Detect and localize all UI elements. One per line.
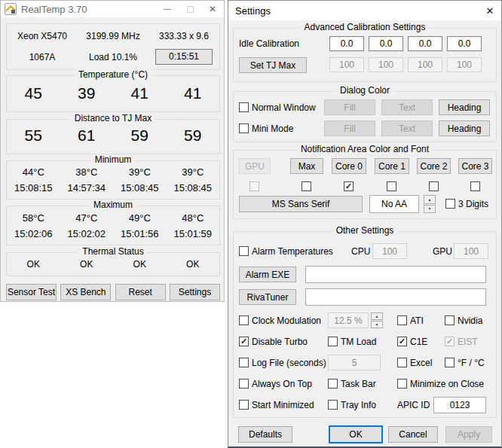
core3-color-button[interactable]: Core 3 xyxy=(458,158,492,174)
task-bar-checkbox[interactable]: Task Bar xyxy=(328,378,376,389)
notification-area-title: Notification Area Color and Font xyxy=(297,144,433,154)
nvidia-checkbox-box[interactable] xyxy=(445,315,455,325)
log-file-checkbox-box[interactable] xyxy=(239,358,249,367)
uptime-timer[interactable]: 0:15:51 xyxy=(155,49,213,65)
apic-id-input[interactable] xyxy=(433,397,486,413)
core2-tray-checkbox-box[interactable] xyxy=(429,181,439,191)
normal-window-checkbox[interactable]: Normal Window xyxy=(239,102,316,113)
start-minimized-checkbox-box[interactable] xyxy=(239,400,249,410)
max-tray-checkbox-box[interactable] xyxy=(302,181,311,191)
minimum-group-title: Minimum xyxy=(91,154,136,165)
tm-load-checkbox[interactable]: TM Load xyxy=(328,336,376,347)
core1-color-button[interactable]: Core 1 xyxy=(375,158,409,174)
three-digits-checkbox-box[interactable] xyxy=(445,199,455,209)
distance-core2: 59 xyxy=(113,126,167,145)
task-bar-checkbox-box[interactable] xyxy=(328,379,338,389)
xs-bench-button[interactable]: XS Bench xyxy=(60,284,111,300)
mini-mode-checkbox[interactable]: Mini Mode xyxy=(239,123,293,134)
disable-turbo-checkbox[interactable]: Disable Turbo xyxy=(239,336,308,347)
alarm-temperatures-checkbox[interactable]: Alarm Temperatures xyxy=(239,245,333,257)
max-color-button[interactable]: Max xyxy=(290,158,323,174)
temperature-core0: 45 xyxy=(7,84,60,102)
ati-checkbox[interactable]: ATI xyxy=(397,315,424,326)
aa-spin-down-icon[interactable]: ▼ xyxy=(424,205,436,214)
always-on-top-checkbox-box[interactable] xyxy=(239,379,249,389)
max-time-core3: 15:01:59 xyxy=(167,228,220,239)
normal-window-checkbox-box[interactable] xyxy=(239,102,249,112)
settings-close-icon[interactable]: ✕ xyxy=(479,3,501,18)
thermal-core1: OK xyxy=(60,259,114,270)
ok-button[interactable]: OK xyxy=(329,425,383,443)
clock-modulation-checkbox[interactable]: Clock Modulation xyxy=(239,315,321,326)
fahrenheit-celsius-checkbox-box[interactable] xyxy=(445,358,455,367)
core0-tray-checkbox-box[interactable] xyxy=(344,181,354,191)
core3-tray-checkbox-box[interactable] xyxy=(470,181,480,191)
settings-button[interactable]: Settings xyxy=(170,284,220,300)
excel-checkbox[interactable]: Excel xyxy=(397,357,432,368)
c1e-checkbox[interactable]: C1E xyxy=(397,336,427,347)
cancel-button[interactable]: Cancel xyxy=(388,426,438,443)
minimize-icon[interactable] xyxy=(156,2,179,17)
other-settings-group: Other Settings Alarm Temperatures CPU GP… xyxy=(233,231,497,418)
idle-calibration-input-3[interactable] xyxy=(447,36,482,51)
aa-mode-display[interactable]: No AA xyxy=(369,195,419,213)
excel-checkbox-box[interactable] xyxy=(397,358,407,367)
core2-color-button[interactable]: Core 2 xyxy=(417,158,451,174)
close-icon[interactable]: ✕ xyxy=(201,2,224,17)
desktop: RealTemp 3.70 ✕ Xeon X5470 3199.99 MHz 3… xyxy=(0,0,502,448)
idle-calibration-input-0[interactable] xyxy=(329,36,364,51)
core2-tray-checkbox[interactable] xyxy=(429,181,439,192)
tray-info-checkbox[interactable]: Tray Info xyxy=(328,399,376,410)
rivatuner-path-input[interactable] xyxy=(305,288,486,306)
thermal-core2: OK xyxy=(113,259,167,270)
three-digits-checkbox[interactable]: 3 Digits xyxy=(445,198,488,209)
max-tray-checkbox[interactable] xyxy=(302,181,311,192)
c1e-checkbox-box[interactable] xyxy=(397,337,407,346)
reset-button[interactable]: Reset xyxy=(115,284,166,300)
sensor-test-button[interactable]: Sensor Test xyxy=(6,284,57,300)
distance-core0: 55 xyxy=(7,126,60,145)
idle-calibration-input-2[interactable] xyxy=(408,36,442,51)
max-temp-core2: 49°C xyxy=(113,212,167,224)
clock-modulation-checkbox-box[interactable] xyxy=(239,315,249,325)
minimize-on-close-checkbox[interactable]: Minimize on Close xyxy=(397,378,484,389)
tray-info-checkbox-box[interactable] xyxy=(328,400,338,410)
core1-tray-checkbox-box[interactable] xyxy=(387,181,396,191)
rivatuner-button[interactable]: RivaTuner xyxy=(239,289,296,305)
min-time-core3: 15:08:45 xyxy=(167,182,220,194)
font-select-button[interactable]: MS Sans Serif xyxy=(239,196,363,212)
main-window-title: RealTemp 3.70 xyxy=(21,4,87,15)
thermal-core0: OK xyxy=(7,259,60,270)
fsb-multiplier: 333.33 x 9.6 xyxy=(148,31,219,41)
defaults-button[interactable]: Defaults xyxy=(238,426,292,443)
alarm-temperatures-checkbox-box[interactable] xyxy=(239,246,249,256)
ati-checkbox-box[interactable] xyxy=(397,315,407,325)
alarm-exe-button[interactable]: Alarm EXE xyxy=(239,267,296,282)
tm-load-checkbox-box[interactable] xyxy=(328,337,338,346)
nvidia-checkbox[interactable]: Nvidia xyxy=(445,315,482,326)
mini-mode-checkbox-box[interactable] xyxy=(239,123,249,133)
gpu-alarm-label: GPU xyxy=(433,246,452,257)
apply-button: Apply xyxy=(445,426,492,443)
minimize-on-close-checkbox-box[interactable] xyxy=(397,379,407,389)
always-on-top-checkbox[interactable]: Always On Top xyxy=(239,378,312,389)
clock-spin-up-icon[interactable]: ▲ xyxy=(371,312,383,320)
temperature-core1: 39 xyxy=(60,84,114,102)
aa-spin-up-icon[interactable]: ▲ xyxy=(424,195,436,204)
idle-calibration-input-1[interactable] xyxy=(369,36,403,51)
advanced-calibration-title: Advanced Calibration Settings xyxy=(301,22,430,32)
disable-turbo-checkbox-box[interactable] xyxy=(239,337,249,346)
clock-spin-down-icon[interactable]: ▼ xyxy=(371,321,383,328)
core0-color-button[interactable]: Core 0 xyxy=(332,158,366,174)
log-file-checkbox[interactable]: Log File (seconds) xyxy=(239,357,326,368)
min-time-core2: 15:08:45 xyxy=(113,182,167,194)
alarm-exe-path-input[interactable] xyxy=(305,266,486,283)
core1-tray-checkbox[interactable] xyxy=(387,181,396,192)
core3-tray-checkbox[interactable] xyxy=(470,181,480,192)
start-minimized-checkbox[interactable]: Start Minimized xyxy=(239,399,314,410)
core0-tray-checkbox[interactable] xyxy=(344,181,354,192)
set-tj-max-button[interactable]: Set TJ Max xyxy=(239,57,307,73)
mini-heading-button[interactable]: Heading xyxy=(439,120,490,136)
normal-heading-button[interactable]: Heading xyxy=(439,99,490,115)
fahrenheit-celsius-checkbox[interactable]: °F / °C xyxy=(445,357,485,368)
